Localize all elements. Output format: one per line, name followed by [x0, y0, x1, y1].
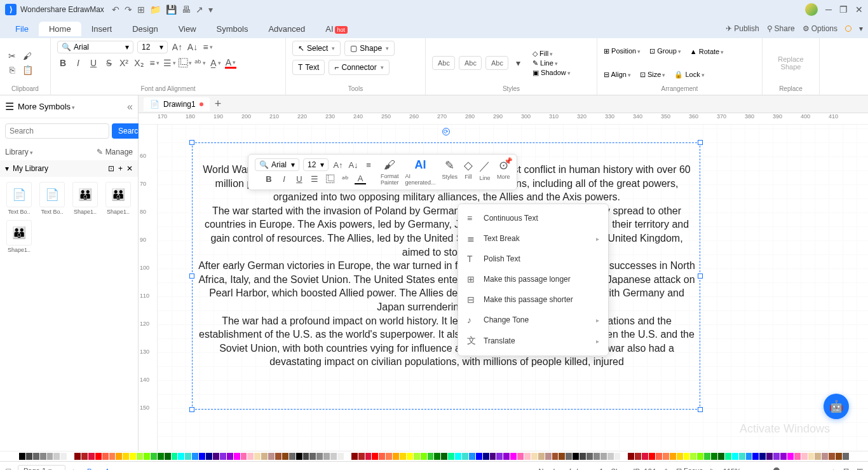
publish-button[interactable]: ✈ Publish	[726, 24, 759, 33]
line-button[interactable]: ✎ Line	[532, 59, 571, 67]
color-swatch[interactable]	[407, 453, 413, 460]
float-fontcolor-icon[interactable]: A	[355, 174, 366, 184]
color-swatch[interactable]	[358, 453, 365, 460]
color-swatch[interactable]	[766, 453, 773, 460]
shape-item[interactable]: 👪Shape1..	[5, 220, 33, 253]
handle-mr[interactable]	[698, 273, 703, 279]
color-swatch[interactable]	[552, 453, 559, 460]
fit-icon[interactable]: ⊡	[843, 467, 849, 470]
style-preset-3[interactable]: Abc	[485, 56, 508, 70]
library-dropdown[interactable]: Library	[5, 148, 33, 156]
menu-insert[interactable]: Insert	[81, 22, 123, 36]
shape-item[interactable]: 👪Shape1..	[71, 182, 99, 215]
zoom-in-icon[interactable]: +	[832, 467, 836, 471]
color-swatch[interactable]	[178, 453, 184, 460]
color-swatch[interactable]	[330, 453, 337, 460]
color-swatch[interactable]	[773, 453, 780, 460]
color-swatch[interactable]	[483, 453, 489, 460]
color-swatch[interactable]	[524, 453, 531, 460]
replace-shape-button[interactable]: Replace Shape	[778, 55, 803, 71]
color-swatch[interactable]	[490, 453, 496, 460]
color-swatch[interactable]	[323, 453, 330, 460]
paste-icon[interactable]: 📋	[22, 64, 33, 76]
color-swatch[interactable]	[316, 453, 323, 460]
color-swatch[interactable]	[677, 453, 683, 460]
shape-button[interactable]: ▢ Shape	[344, 41, 395, 56]
size-button[interactable]: ⊡ Size	[640, 71, 665, 79]
menu-advanced[interactable]: Advanced	[258, 22, 315, 36]
color-swatch[interactable]	[123, 453, 129, 460]
increase-font-icon[interactable]: A↑	[172, 41, 183, 53]
color-swatch[interactable]	[137, 453, 143, 460]
superscript-icon[interactable]: X²	[118, 57, 130, 69]
color-swatch[interactable]	[510, 453, 517, 460]
hamburger-icon[interactable]: ☰	[5, 100, 14, 113]
color-swatch[interactable]	[746, 453, 752, 460]
presentation-icon[interactable]: ▷	[710, 467, 715, 470]
pin-icon[interactable]: 📌	[504, 157, 513, 165]
color-swatch[interactable]	[642, 453, 648, 460]
share-button[interactable]: ⚲ Share	[767, 24, 795, 33]
user-avatar[interactable]	[805, 3, 818, 16]
menu-view[interactable]: View	[168, 22, 207, 36]
ai-polish-text[interactable]: TPolish Text	[458, 249, 608, 269]
color-swatch[interactable]	[165, 453, 171, 460]
bullets-icon[interactable]: ☰	[164, 57, 175, 69]
color-swatch[interactable]	[448, 453, 454, 460]
color-swatch[interactable]	[496, 453, 503, 460]
highlight-icon[interactable]: A̲	[210, 57, 221, 69]
lock-button[interactable]: 🔒 Lock	[674, 71, 704, 79]
color-swatch[interactable]	[670, 453, 676, 460]
group-button[interactable]: ⊡ Group	[649, 47, 681, 55]
color-swatch[interactable]	[60, 453, 67, 460]
fullscreen-icon[interactable]: ▣	[857, 467, 863, 470]
mylib-expand-icon[interactable]: ⊡	[108, 164, 114, 173]
color-swatch[interactable]	[282, 453, 288, 460]
shadow-button[interactable]: ▣ Shadow	[532, 69, 571, 77]
paste-brush-icon[interactable]: 🖌	[22, 50, 33, 62]
float-underline-icon[interactable]: U	[294, 174, 305, 184]
color-swatch[interactable]	[718, 453, 724, 460]
color-swatch[interactable]	[455, 453, 461, 460]
color-swatch[interactable]	[739, 453, 745, 460]
mylib-caret-icon[interactable]: ▾	[5, 164, 9, 173]
color-swatch[interactable]	[33, 453, 39, 460]
color-swatch[interactable]	[414, 453, 420, 460]
mylib-close-icon[interactable]: ✕	[126, 164, 133, 173]
color-swatch[interactable]	[697, 453, 703, 460]
export-icon[interactable]: ↗	[196, 4, 203, 15]
strike-icon[interactable]: S̶	[103, 57, 114, 69]
float-align-icon[interactable]: ≡	[363, 160, 374, 170]
color-swatch[interactable]	[517, 453, 524, 460]
options-button[interactable]: ⚙ Options	[803, 24, 837, 33]
color-swatch[interactable]	[386, 453, 392, 460]
ai-continuous-text[interactable]: ≡Continuous Text	[458, 208, 608, 228]
mylib-label[interactable]: My Library	[13, 164, 104, 173]
color-swatch[interactable]	[545, 453, 552, 460]
color-swatch[interactable]	[649, 453, 655, 460]
format-painter-button[interactable]: 🖌Format Painter	[381, 158, 399, 186]
style-preset-2[interactable]: Abc	[459, 56, 482, 70]
maximize-icon[interactable]: ❐	[839, 4, 848, 15]
subscript-icon[interactable]: X₂	[133, 57, 145, 69]
zoom-out-icon[interactable]: −	[749, 467, 752, 471]
italic-icon[interactable]: I	[72, 57, 84, 69]
float-bold-icon[interactable]: B	[263, 174, 275, 184]
ai-change-tone[interactable]: ♪Change Tone▸	[458, 310, 608, 330]
color-swatch[interactable]	[434, 453, 440, 460]
align-button[interactable]: ⊟ Align	[604, 71, 631, 79]
color-swatch[interactable]	[538, 453, 545, 460]
minimize-icon[interactable]: ─	[825, 4, 832, 15]
copy-icon[interactable]: ⎘	[6, 64, 18, 76]
color-swatch[interactable]	[102, 453, 109, 460]
float-inc-font-icon[interactable]: A↑	[332, 160, 344, 170]
color-swatch[interactable]	[254, 453, 261, 460]
focus-button[interactable]: ⊡ Focus	[676, 467, 703, 470]
color-swatch[interactable]	[47, 453, 53, 460]
color-swatch[interactable]	[566, 453, 572, 460]
color-swatch[interactable]	[130, 453, 136, 460]
color-swatch[interactable]	[801, 453, 808, 460]
undo-icon[interactable]: ↶	[112, 4, 119, 15]
color-swatch[interactable]	[573, 453, 579, 460]
numbering-icon[interactable]: ⿺	[179, 57, 191, 69]
